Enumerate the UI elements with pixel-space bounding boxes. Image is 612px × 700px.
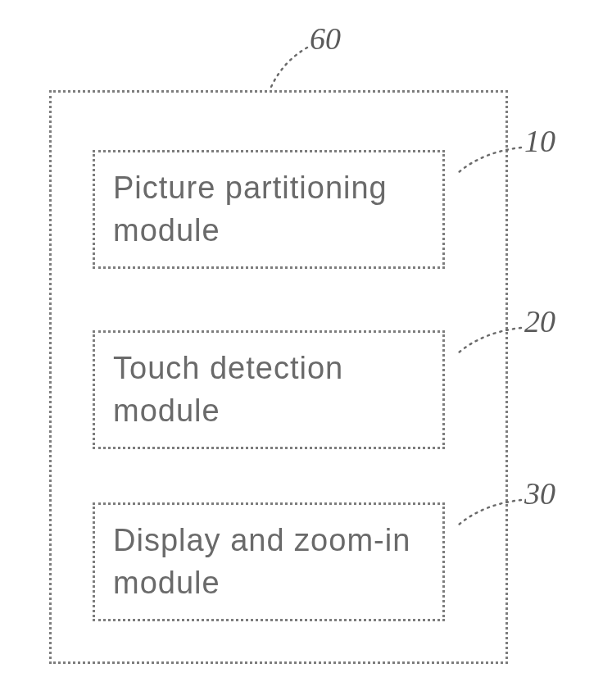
reference-label-10: 10 <box>524 123 555 159</box>
diagram-canvas: 60 Picture partitioning module Touch det… <box>0 0 612 700</box>
module-display-zoom: Display and zoom-in module <box>93 502 445 621</box>
reference-label-30: 30 <box>524 475 555 511</box>
reference-label-60: 60 <box>310 20 341 57</box>
module-label: Touch detection module <box>113 348 424 432</box>
module-touch-detection: Touch detection module <box>93 330 445 449</box>
module-label: Picture partitioning module <box>113 167 424 252</box>
module-label: Display and zoom-in module <box>113 520 424 604</box>
outer-container: Picture partitioning module Touch detect… <box>49 90 508 664</box>
reference-label-20: 20 <box>524 303 555 339</box>
module-picture-partitioning: Picture partitioning module <box>93 150 445 269</box>
